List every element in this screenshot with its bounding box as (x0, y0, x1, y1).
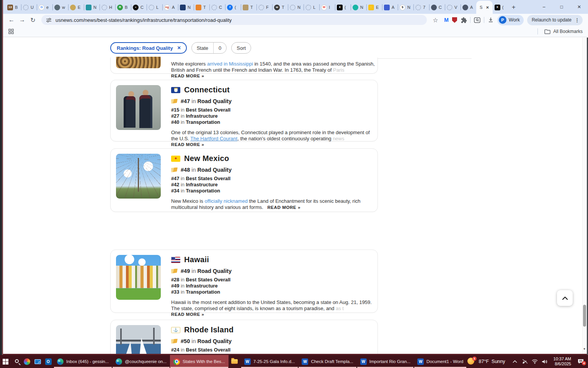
volume-icon[interactable] (541, 355, 549, 368)
state-filter-count[interactable]: 0 (214, 45, 226, 51)
browser-tab[interactable]: C (209, 1, 225, 14)
read-more-link[interactable]: READ MORE » (171, 74, 204, 78)
back-to-top-button[interactable] (557, 290, 573, 306)
state-name[interactable]: New Mexico (184, 154, 229, 163)
rhode-island-photo[interactable] (116, 325, 161, 354)
taskbar-clock[interactable]: 10:37 AM 8/6/2025 (554, 356, 571, 366)
browser-tab[interactable]: Ge (37, 1, 52, 14)
tab-search-panel-icon[interactable] (474, 17, 480, 23)
new-tab-button[interactable]: + (512, 3, 516, 11)
scrollbar[interactable]: ▾ (582, 38, 587, 354)
relaunch-to-update-button[interactable]: Relaunch to update ⋮ (527, 15, 583, 25)
bookmark-star-icon[interactable]: ☆ (430, 15, 441, 25)
state-filter-label[interactable]: State (192, 45, 213, 51)
word-window-button[interactable]: Important Rio Gran... (357, 355, 414, 368)
state-filter-chip[interactable]: State 0 (191, 42, 227, 54)
browser-tab[interactable]: $N (398, 1, 413, 14)
browser-tab[interactable]: L (304, 1, 319, 14)
browser-menu-icon[interactable]: ⋮ (575, 17, 580, 23)
word-window-button[interactable]: Check Draft Templa... (298, 355, 356, 368)
url-text[interactable]: usnews.com/news/best-states/rankings/inf… (56, 17, 232, 23)
weather-widget-icon[interactable]: 3 (467, 358, 475, 365)
profile-button[interactable]: P Work (497, 15, 524, 25)
edge-window-button[interactable]: @couchqueenie on... (112, 355, 170, 368)
browser-tab[interactable]: ⚡E (366, 1, 382, 14)
word-window-button[interactable]: 7-25-25 Gala Info.d... (241, 355, 299, 368)
browser-tab-active[interactable]: S✕ (476, 1, 493, 14)
browser-tab[interactable]: F (256, 1, 272, 14)
weather-text[interactable]: 87°F Sunny (479, 359, 505, 364)
mississippi-photo[interactable] (116, 57, 161, 68)
hidden-icons-chevron[interactable] (511, 355, 519, 368)
hawaii-photo[interactable] (116, 255, 161, 300)
browser-tab[interactable]: A (382, 1, 398, 14)
file-explorer-button[interactable] (229, 355, 241, 368)
browser-tab[interactable]: C (429, 1, 445, 14)
browser-tab[interactable]: MI (319, 1, 335, 14)
inline-link[interactable]: officially nicknamed (204, 198, 247, 204)
active-ranking-filter-chip[interactable]: Rankings: Road Quality ✕ (110, 42, 187, 54)
outlook-button[interactable] (43, 355, 54, 368)
browser-tab[interactable]: E (68, 1, 84, 14)
all-bookmarks-button[interactable]: All Bookmarks (537, 28, 583, 34)
scrollbar-down-arrow[interactable]: ▾ (583, 347, 586, 351)
address-bar[interactable]: usnews.com/news/best-states/rankings/inf… (41, 15, 427, 25)
browser-tab[interactable]: •C (131, 1, 147, 14)
copilot-button[interactable] (21, 355, 32, 368)
clear-filter-icon[interactable]: ✕ (177, 45, 181, 51)
connecticut-photo[interactable] (116, 85, 161, 130)
back-button[interactable]: ← (6, 15, 17, 25)
forward-button[interactable]: → (17, 15, 28, 25)
browser-tab[interactable]: wT (272, 1, 288, 14)
browser-tab[interactable]: U (21, 1, 37, 14)
wifi-icon[interactable] (531, 355, 539, 368)
browser-tab[interactable]: N (288, 1, 304, 14)
projecting-button[interactable] (32, 355, 43, 368)
browser-tab[interactable]: X( (335, 1, 351, 14)
action-center-button[interactable]: 4 (576, 355, 586, 368)
read-more-link[interactable]: READ MORE » (171, 312, 204, 317)
inline-link[interactable]: arrived in Mississippi (207, 61, 253, 67)
inline-link[interactable]: The Hartford Courant (190, 136, 237, 141)
scrollbar-thumb[interactable] (583, 305, 586, 327)
tab-close-icon[interactable]: ✕ (486, 5, 489, 10)
state-name[interactable]: Connecticut (184, 85, 230, 94)
read-more-link[interactable]: READ MORE » (171, 142, 204, 147)
extensions-puzzle-icon[interactable] (461, 17, 467, 23)
browser-tab[interactable]: V (445, 1, 461, 14)
word-window-button[interactable]: Document1 - Word (414, 355, 467, 368)
state-name[interactable]: Hawaii (184, 255, 209, 264)
browser-tab[interactable]: N (84, 1, 100, 14)
browser-tab[interactable]: ngA (162, 1, 178, 14)
browser-tab[interactable]: 7 (413, 1, 429, 14)
browser-tab[interactable]: RB (115, 1, 131, 14)
browser-tab[interactable]: N (351, 1, 366, 14)
adblock-shield-icon[interactable] (452, 17, 457, 23)
apps-grid-icon[interactable] (8, 29, 14, 34)
malwarebytes-extension-icon[interactable]: M (444, 17, 449, 23)
new-mexico-photo[interactable] (116, 154, 161, 199)
maximize-button[interactable]: □ (553, 0, 570, 14)
chrome-window-button[interactable]: States With the Bes... (170, 355, 229, 368)
read-more-link[interactable]: READ MORE » (267, 205, 300, 210)
browser-tab[interactable]: f( (225, 1, 241, 14)
site-settings-icon[interactable] (46, 17, 52, 23)
browser-tab[interactable]: L (147, 1, 162, 14)
browser-tab[interactable]: T (194, 1, 209, 14)
minimize-button[interactable]: – (535, 0, 553, 14)
browser-tab[interactable]: H (100, 1, 115, 14)
taskbar-search-button[interactable] (11, 355, 21, 368)
downloads-icon[interactable] (488, 17, 494, 23)
close-button[interactable]: ✕ (570, 0, 588, 14)
browser-tab[interactable]: N (178, 1, 194, 14)
browser-tab[interactable]: w (52, 1, 68, 14)
sort-chip[interactable]: Sort (231, 42, 251, 54)
browser-tab[interactable]: 13B (5, 1, 21, 14)
state-name[interactable]: Rhode Island (184, 325, 234, 334)
browser-tab[interactable]: X( (493, 1, 508, 14)
browser-tab[interactable]: T (241, 1, 256, 14)
browser-tab[interactable]: A (461, 1, 476, 14)
notifications-muted-icon[interactable] (521, 355, 529, 368)
edge-window-button[interactable]: Inbox (645) - gessin... (54, 355, 112, 368)
start-button[interactable] (0, 355, 11, 368)
